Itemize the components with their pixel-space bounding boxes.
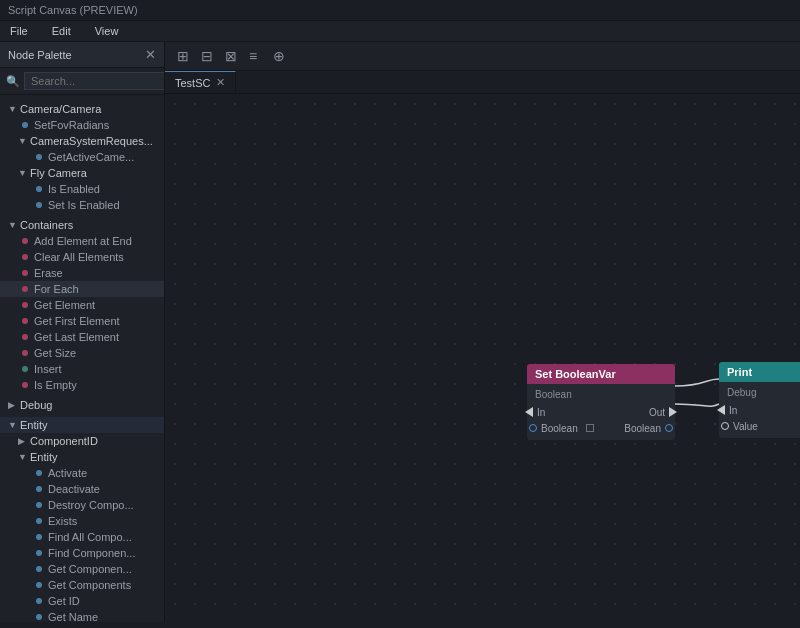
node-print-in-flow[interactable]: In bbox=[719, 405, 737, 416]
tab-testsc-label: TestSC bbox=[175, 77, 210, 89]
category-debug-label: Debug bbox=[20, 399, 52, 411]
arrow-camerasystem: ▼ bbox=[18, 136, 28, 146]
node-set-booleanvar-in-bool[interactable]: Boolean bbox=[527, 423, 594, 434]
sidebar-close-button[interactable]: ✕ bbox=[145, 47, 156, 62]
category-flycamera[interactable]: ▼ Fly Camera bbox=[0, 165, 164, 181]
item-deactivate[interactable]: Deactivate bbox=[0, 481, 164, 497]
toolbar-align-left[interactable]: ⊞ bbox=[173, 46, 193, 66]
node-print-subtitle: Debug bbox=[719, 386, 800, 402]
arrow-debug: ▶ bbox=[8, 400, 18, 410]
tab-testsc[interactable]: TestSC ✕ bbox=[165, 71, 236, 93]
dot-isempty bbox=[22, 382, 28, 388]
category-camera-header[interactable]: ▼ Camera/Camera bbox=[0, 101, 164, 117]
search-bar: 🔍 ✕ + bbox=[0, 68, 164, 95]
node-set-booleanvar-title: Set BooleanVar bbox=[535, 368, 616, 380]
dot-destroycompo bbox=[36, 502, 42, 508]
dot-setfovradians bbox=[22, 122, 28, 128]
dot-activate bbox=[36, 470, 42, 476]
node-set-booleanvar-out-bool[interactable]: Boolean bbox=[624, 423, 675, 434]
menu-bar: File Edit View bbox=[0, 21, 800, 42]
category-camerasystem-label: CameraSystemReques... bbox=[30, 135, 153, 147]
node-print-header: Print bbox=[719, 362, 800, 382]
node-set-booleanvar-in-flow[interactable]: In bbox=[527, 407, 545, 418]
item-getname[interactable]: Get Name bbox=[0, 609, 164, 622]
toolbar-align-right[interactable]: ⊠ bbox=[221, 46, 241, 66]
dot-getid bbox=[36, 598, 42, 604]
item-setisenabled[interactable]: Set Is Enabled bbox=[0, 197, 164, 213]
item-activate[interactable]: Activate bbox=[0, 465, 164, 481]
item-setfovradians[interactable]: SetFovRadians bbox=[0, 117, 164, 133]
menu-edit[interactable]: Edit bbox=[46, 23, 77, 39]
item-getsize[interactable]: Get Size bbox=[0, 345, 164, 361]
item-clearallelements[interactable]: Clear All Elements bbox=[0, 249, 164, 265]
item-insert[interactable]: Insert bbox=[0, 361, 164, 377]
node-set-booleanvar[interactable]: Set BooleanVar Boolean In Out bbox=[527, 364, 675, 440]
item-isenabled[interactable]: Is Enabled bbox=[0, 181, 164, 197]
node-print[interactable]: Print Debug In Out bbox=[719, 362, 800, 438]
category-entity-header[interactable]: ▼ Entity bbox=[0, 417, 164, 433]
toolbar-align-center[interactable]: ⊟ bbox=[197, 46, 217, 66]
arrow-entity: ▼ bbox=[8, 420, 18, 430]
content-area: ⊞ ⊟ ⊠ ≡ ⊕ TestSC ✕ bbox=[165, 42, 800, 622]
dot-insert bbox=[22, 366, 28, 372]
item-findcomponen[interactable]: Find Componen... bbox=[0, 545, 164, 561]
item-exists[interactable]: Exists bbox=[0, 513, 164, 529]
sidebar-title: Node Palette bbox=[8, 49, 72, 61]
dot-foreach bbox=[22, 286, 28, 292]
dot-addelement bbox=[22, 238, 28, 244]
item-addelementatend[interactable]: Add Element at End bbox=[0, 233, 164, 249]
bool-checkbox[interactable] bbox=[586, 424, 594, 432]
canvas-toolbar: ⊞ ⊟ ⊠ ≡ ⊕ bbox=[165, 42, 800, 71]
dot-getcomponents bbox=[36, 582, 42, 588]
arrow-componentid: ▶ bbox=[18, 436, 28, 446]
dot-isenabled bbox=[36, 186, 42, 192]
item-foreach[interactable]: For Each bbox=[0, 281, 164, 297]
item-getfirstelement[interactable]: Get First Element bbox=[0, 313, 164, 329]
node-print-body: Debug In Out Va bbox=[719, 382, 800, 438]
dot-getlast bbox=[22, 334, 28, 340]
category-camerasystem[interactable]: ▼ CameraSystemReques... bbox=[0, 133, 164, 149]
item-getcomponents[interactable]: Get Components bbox=[0, 577, 164, 593]
main-layout: Node Palette ✕ 🔍 ✕ + ▼ Camera/Camera Set… bbox=[0, 42, 800, 622]
tab-testsc-close[interactable]: ✕ bbox=[216, 76, 225, 89]
menu-view[interactable]: View bbox=[89, 23, 125, 39]
item-getid[interactable]: Get ID bbox=[0, 593, 164, 609]
arrow-camera: ▼ bbox=[8, 104, 18, 114]
node-print-in-value[interactable]: Value bbox=[719, 421, 758, 432]
flow-out-arrow bbox=[669, 407, 677, 417]
item-getactivecame[interactable]: GetActiveCame... bbox=[0, 149, 164, 165]
category-debug: ▶ Debug bbox=[0, 395, 164, 415]
category-containers-label: Containers bbox=[20, 219, 73, 231]
node-set-booleanvar-out-flow[interactable]: Out bbox=[649, 407, 675, 418]
toolbar-check[interactable]: ⊕ bbox=[269, 46, 289, 66]
category-entity-sub[interactable]: ▼ Entity bbox=[0, 449, 164, 465]
dot-deactivate bbox=[36, 486, 42, 492]
category-entity: ▼ Entity ▶ ComponentID ▼ Entity Activate… bbox=[0, 415, 164, 622]
category-debug-header[interactable]: ▶ Debug bbox=[0, 397, 164, 413]
item-isempty[interactable]: Is Empty bbox=[0, 377, 164, 393]
dot-findallcompo bbox=[36, 534, 42, 540]
search-input[interactable] bbox=[24, 72, 165, 90]
sidebar-header: Node Palette ✕ bbox=[0, 42, 164, 68]
node-set-booleanvar-flow-row: In Out bbox=[527, 404, 675, 420]
node-set-booleanvar-body: Boolean In Out bbox=[527, 384, 675, 440]
toolbar-align-justify[interactable]: ≡ bbox=[245, 46, 261, 66]
item-erase[interactable]: Erase bbox=[0, 265, 164, 281]
item-findallcompo[interactable]: Find All Compo... bbox=[0, 529, 164, 545]
script-canvas[interactable]: Set BooleanVar Boolean In Out bbox=[165, 94, 800, 622]
category-componentid[interactable]: ▶ ComponentID bbox=[0, 433, 164, 449]
title-label: Script Canvas (PREVIEW) bbox=[8, 4, 138, 16]
search-icon: 🔍 bbox=[6, 75, 20, 88]
category-flycamera-label: Fly Camera bbox=[30, 167, 87, 179]
item-getelement[interactable]: Get Element bbox=[0, 297, 164, 313]
item-getcomponen[interactable]: Get Componen... bbox=[0, 561, 164, 577]
item-destroycompo[interactable]: Destroy Compo... bbox=[0, 497, 164, 513]
dot-erase bbox=[22, 270, 28, 276]
category-containers-header[interactable]: ▼ Containers bbox=[0, 217, 164, 233]
item-getlastelement[interactable]: Get Last Element bbox=[0, 329, 164, 345]
menu-file[interactable]: File bbox=[4, 23, 34, 39]
category-containers: ▼ Containers Add Element at End Clear Al… bbox=[0, 215, 164, 395]
arrow-entity-sub: ▼ bbox=[18, 452, 28, 462]
dot-findcomponen bbox=[36, 550, 42, 556]
value-in-port bbox=[721, 422, 729, 430]
